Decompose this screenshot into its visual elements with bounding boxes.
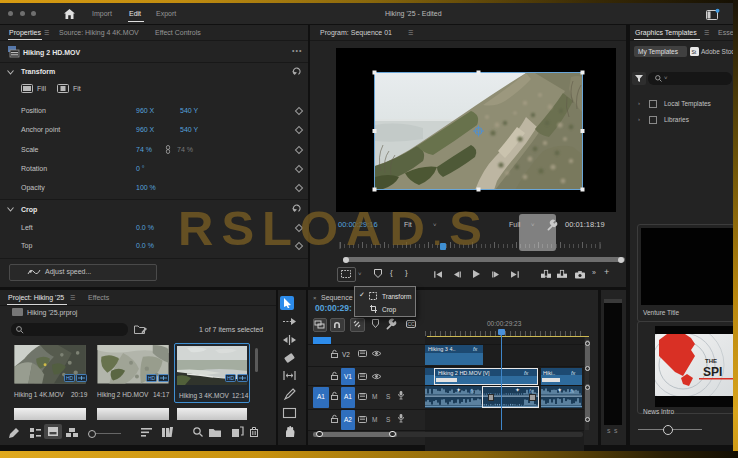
svg-text:HD: HD xyxy=(66,375,74,381)
svg-text:SPI: SPI xyxy=(703,365,722,379)
svg-text:HD: HD xyxy=(148,375,156,381)
svg-text:THE: THE xyxy=(705,358,717,364)
svg-text:HD: HD xyxy=(227,375,235,381)
svg-text:CC: CC xyxy=(408,321,416,327)
